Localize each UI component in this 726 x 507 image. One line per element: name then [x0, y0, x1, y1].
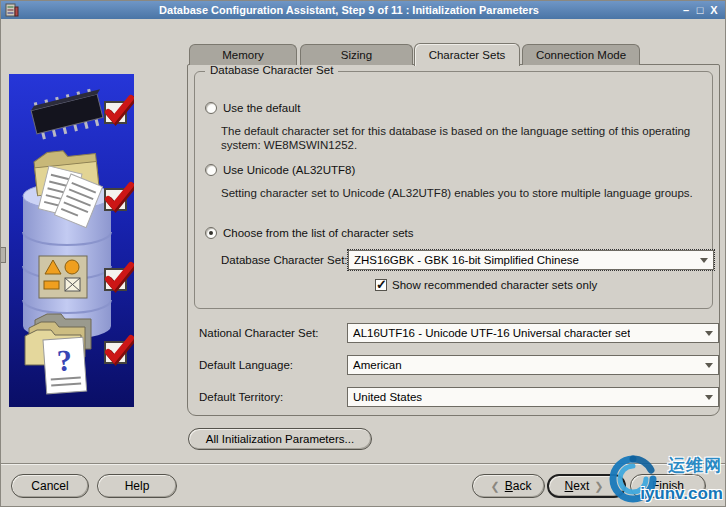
- window-titlebar: Database Configuration Assistant, Step 9…: [1, 1, 725, 19]
- dropdown-arrow-icon[interactable]: [700, 258, 708, 263]
- default-territory-combo[interactable]: United States: [347, 387, 719, 407]
- combo-value: AL16UTF16 - Unicode UTF-16 Universal cha…: [353, 327, 630, 339]
- default-territory-row: Default Territory:: [199, 387, 283, 407]
- cancel-button[interactable]: Cancel: [11, 474, 89, 498]
- sidebar-graphic: ?: [9, 74, 134, 407]
- national-charset-combo[interactable]: AL16UTF16 - Unicode UTF-16 Universal cha…: [347, 323, 719, 343]
- database-character-set-groupbox: Database Character Set Use the default T…: [194, 71, 713, 309]
- radio-label: Choose from the list of character sets: [223, 227, 413, 239]
- default-language-label: Default Language:: [199, 359, 293, 371]
- dbca-window: Database Configuration Assistant, Step 9…: [0, 0, 726, 507]
- groupbox-title: Database Character Set: [205, 64, 338, 76]
- checkbox-label: Show recommended character sets only: [392, 279, 597, 291]
- character-sets-panel: Database Character Set Use the default T…: [187, 64, 720, 416]
- svg-text:?: ?: [56, 343, 73, 377]
- button-label: All Initialization Parameters...: [206, 433, 354, 445]
- check-icon: ✓: [376, 277, 387, 292]
- button-label: Help: [125, 479, 150, 493]
- combo-value: American: [353, 359, 402, 371]
- watermark-cn-text: 运维网: [668, 454, 722, 477]
- checkbox-box-icon[interactable]: ✓: [375, 279, 387, 291]
- help-button[interactable]: Help: [97, 474, 177, 498]
- combo-value: United States: [353, 391, 422, 403]
- use-default-description: The default character set for this datab…: [221, 124, 713, 152]
- use-unicode-description: Setting character set to Unicode (AL32UT…: [221, 186, 713, 200]
- radio-circle-icon[interactable]: [205, 227, 217, 239]
- button-label: Back: [505, 479, 532, 493]
- dropdown-arrow-icon[interactable]: [705, 395, 713, 400]
- app-icon: [5, 3, 19, 17]
- default-territory-label: Default Territory:: [199, 391, 283, 403]
- tab-connection-mode[interactable]: Connection Mode: [522, 44, 640, 65]
- close-button[interactable]: X: [707, 2, 721, 18]
- tab-memory[interactable]: Memory: [189, 44, 297, 65]
- dropdown-arrow-icon[interactable]: [705, 363, 713, 368]
- tab-character-sets[interactable]: Character Sets: [414, 43, 520, 66]
- radio-use-default[interactable]: Use the default: [205, 102, 300, 114]
- minimize-button[interactable]: –: [679, 2, 693, 18]
- combo-value: ZHS16GBK - GBK 16-bit Simplified Chinese: [354, 254, 579, 266]
- button-label: Next: [565, 479, 590, 493]
- shapes-panel-icon: [39, 256, 87, 298]
- national-charset-label: National Character Set:: [199, 327, 319, 339]
- radio-label: Use Unicode (AL32UTF8): [223, 164, 355, 176]
- next-chevron-icon: ❯: [594, 480, 603, 493]
- dropdown-arrow-icon[interactable]: [705, 331, 713, 336]
- default-language-combo[interactable]: American: [347, 355, 719, 375]
- national-charset-row: National Character Set:: [199, 323, 319, 343]
- show-recommended-checkbox[interactable]: ✓ Show recommended character sets only: [375, 279, 597, 291]
- window-title: Database Configuration Assistant, Step 9…: [19, 4, 679, 16]
- tab-sizing[interactable]: Sizing: [300, 44, 413, 65]
- db-charset-combo[interactable]: ZHS16GBK - GBK 16-bit Simplified Chinese: [348, 250, 714, 270]
- button-label: Cancel: [31, 479, 68, 493]
- radio-circle-icon[interactable]: [205, 102, 217, 114]
- window-resize-notch[interactable]: [1, 247, 6, 263]
- radio-circle-icon[interactable]: [205, 164, 217, 176]
- default-language-row: Default Language:: [199, 355, 293, 375]
- watermark: 运维网 iyunv.com: [607, 452, 725, 506]
- back-button[interactable]: ❮ Back: [472, 474, 545, 498]
- radio-choose-from-list[interactable]: Choose from the list of character sets: [205, 227, 413, 239]
- back-chevron-icon: ❮: [491, 480, 500, 493]
- radio-label: Use the default: [223, 102, 300, 114]
- radio-use-unicode[interactable]: Use Unicode (AL32UTF8): [205, 164, 355, 176]
- all-initialization-parameters-button[interactable]: All Initialization Parameters...: [188, 428, 372, 450]
- db-charset-row: Database Character Set:: [221, 250, 348, 270]
- db-charset-label: Database Character Set:: [221, 254, 348, 266]
- watermark-domain-text: iyunv.com: [640, 484, 723, 504]
- maximize-button[interactable]: □: [693, 2, 707, 18]
